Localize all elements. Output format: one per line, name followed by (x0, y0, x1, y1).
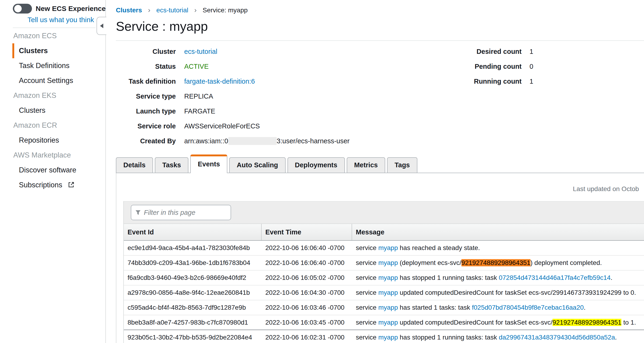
service-details: Cluster ecs-tutorial Status ACTIVE Task … (106, 44, 644, 148)
text-text: service (356, 244, 378, 251)
tab-tags[interactable]: Tags (387, 157, 417, 173)
detail-value[interactable]: fargate-task-definition:6 (184, 78, 255, 85)
event-row: 923b05c1-30b2-47bb-b535-9d2be22084e4 202… (124, 330, 644, 343)
breadcrumb-item: Clusters › (116, 6, 156, 14)
sidebar-item-task-definitions[interactable]: Task Definitions (12, 58, 106, 73)
event-id-cell: f6a9cdb3-9460-49e3-b2c6-98669e40fdf2 (124, 274, 262, 282)
collapse-left-icon (100, 23, 103, 28)
text-text: to 1. (622, 319, 636, 326)
event-id-cell: 923b05c1-30b2-47bb-b535-9d2be22084e4 (124, 334, 262, 341)
detail-fields: Cluster ecs-tutorial Status ACTIVE Task … (106, 44, 644, 148)
column-header-message: Message (352, 224, 644, 240)
event-time-cell: 2022-10-06 16:03:46 -0700 (262, 304, 352, 311)
filter-icon (135, 210, 141, 216)
text-text: has stopped 1 running tasks: task (398, 274, 499, 281)
count-row: Pending count 0 (464, 59, 533, 74)
column-header-event-time: Event Time (262, 224, 352, 240)
text-text: has reached a steady state. (398, 244, 480, 251)
sidebar-collapse-button[interactable] (96, 17, 106, 35)
filter-input[interactable] (144, 209, 230, 217)
inline-link[interactable]: myapp (378, 334, 398, 341)
events-table-body: ec9e1d94-9aca-45b4-a4a1-7823030fe84b 202… (124, 241, 644, 343)
tab-details[interactable]: Details (116, 157, 153, 173)
events-table-header: Event IdEvent TimeMessage (124, 224, 644, 241)
event-message-cell: service myapp (deployment ecs-svc/921927… (352, 259, 644, 267)
event-row: 8beb3a8f-a0e7-4257-983b-c7fc870980d1 202… (124, 315, 644, 330)
breadcrumb-current: Service: myapp (202, 6, 248, 14)
text-text: 3:user/ecs-harness-user (277, 137, 350, 145)
text-text: . (615, 334, 617, 341)
detail-value[interactable]: ecs-tutorial (184, 48, 217, 55)
text-text: updated computedDesiredCount for taskSet… (398, 319, 552, 326)
inline-link[interactable]: myapp (378, 244, 398, 251)
sidebar-item-account-settings[interactable]: Account Settings (12, 73, 106, 88)
sidebar-item-subscriptions[interactable]: Subscriptions (12, 178, 106, 192)
tab-auto-scaling[interactable]: Auto Scaling (229, 157, 286, 173)
inline-link[interactable]: myapp (378, 289, 398, 296)
count-row: Running count 1 (464, 74, 533, 89)
text-text: service (356, 274, 378, 281)
text-hl-orange: 9219274889298964351 (462, 259, 530, 266)
event-id-cell: c595ad4c-bf4f-482b-8563-7df9c1287e9b (124, 304, 262, 311)
breadcrumb-ecs-tutorial[interactable]: ecs-tutorial (156, 6, 188, 14)
detail-value: FARGATE (184, 107, 215, 115)
sidebar-item-discover-software[interactable]: Discover software (12, 163, 106, 178)
new-ecs-experience-toggle[interactable] (13, 4, 32, 13)
tab-deployments[interactable]: Deployments (288, 157, 345, 173)
text-hl-yellow: 9219274889298964351 (552, 319, 622, 326)
text-text: service (356, 304, 378, 311)
filter-panel (124, 201, 644, 224)
sidebar-item-repositories[interactable]: Repositories (12, 133, 106, 148)
sidebar-section-header: Amazon ECS (0, 28, 106, 43)
inline-link[interactable]: 072854d473144d46a17fa4c7efb59c14 (499, 274, 611, 281)
tab-metrics[interactable]: Metrics (347, 157, 386, 173)
event-time-cell: 2022-10-06 16:05:02 -0700 (262, 274, 352, 282)
feedback-link[interactable]: Tell us what you think (28, 16, 106, 24)
events-tab-panel: Last updated on Octob Event IdEvent Time… (116, 173, 644, 343)
text-text: (deployment ecs-svc/ (398, 259, 462, 266)
detail-row: Launch type FARGATE (106, 104, 644, 119)
breadcrumb-clusters[interactable]: Clusters (116, 6, 142, 14)
inline-link[interactable]: myapp (378, 259, 398, 266)
event-time-cell: 2022-10-06 16:02:31 -0700 (262, 334, 352, 341)
field-created-by: Created By (106, 137, 176, 145)
text-text: ) deployment completed. (530, 259, 602, 266)
inline-link[interactable]: myapp (378, 304, 398, 311)
sidebar-section-header: AWS Marketplace (0, 148, 106, 163)
count-running: Running count (464, 78, 522, 85)
sidebar-section-header: Amazon EKS (0, 88, 106, 103)
event-row: 74bb3d09-c209-43a1-96be-1db1f6783b04 202… (124, 256, 644, 271)
inline-link[interactable]: da29967431a3483794304d56d850a52a (499, 334, 615, 341)
sidebar-section: AWS Marketplace Discover software Subscr… (0, 148, 106, 192)
sidebar-section-header: Amazon ECR (0, 118, 106, 133)
sidebar-section: Amazon ECR Repositories (0, 118, 106, 148)
event-time-cell: 2022-10-06 16:04:30 -0700 (262, 289, 352, 296)
count-desired: Desired count (464, 48, 522, 55)
inline-link[interactable]: myapp (378, 319, 398, 326)
breadcrumb-item: Service: myapp › (202, 6, 248, 14)
count-row: Desired count 1 (464, 44, 533, 59)
toggle-knob-icon (14, 5, 22, 12)
sidebar: New ECS Experience Tell us what you thin… (0, 0, 106, 343)
event-row: ec9e1d94-9aca-45b4-a4a1-7823030fe84b 202… (124, 241, 644, 256)
tab-events[interactable]: Events (190, 154, 227, 173)
event-row: a2978c90-0856-4a8e-9f4c-12eae260841b 202… (124, 286, 644, 300)
new-ecs-experience-row: New ECS Experience (0, 0, 106, 13)
text-text: service (356, 259, 378, 266)
page-title: Service : myapp (116, 19, 644, 33)
text-text: . (611, 274, 612, 281)
field-launch-type: Launch type (106, 107, 176, 115)
filter-box[interactable] (131, 205, 231, 220)
tab-bar: DetailsTasksEventsAuto ScalingDeployment… (116, 154, 644, 173)
inline-link[interactable]: myapp (378, 274, 398, 281)
field-cluster: Cluster (106, 48, 176, 55)
tab-tasks[interactable]: Tasks (155, 157, 188, 173)
detail-row: Service type REPLICA (106, 89, 644, 104)
redacted-box (228, 137, 277, 145)
sidebar-item-clusters-eks[interactable]: Clusters (12, 103, 106, 118)
sidebar-item-clusters[interactable]: Clusters (12, 43, 106, 58)
inline-link[interactable]: f025d07bd780454b9f8e7cebac16aa20 (472, 304, 584, 311)
event-time-cell: 2022-10-06 16:06:40 -0700 (262, 244, 352, 252)
new-ecs-experience-label: New ECS Experience (36, 5, 106, 12)
main-content: Clusters › ecs-tutorial › Service: myapp… (106, 0, 644, 343)
